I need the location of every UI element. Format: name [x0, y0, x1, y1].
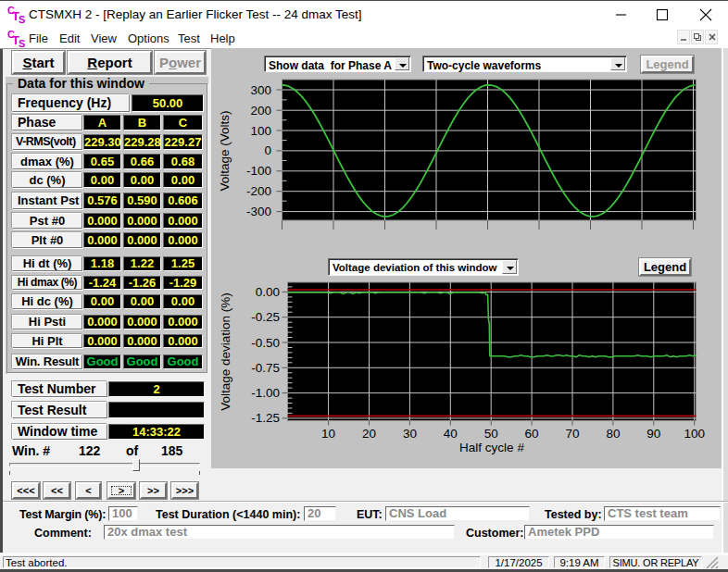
svg-text:60: 60 [525, 427, 539, 441]
svg-text:Half cycle #: Half cycle # [459, 441, 524, 454]
svg-text:-300: -300 [246, 205, 271, 218]
svg-text:0: 0 [264, 143, 271, 157]
svg-text:-0.25: -0.25 [251, 310, 280, 324]
svg-text:50: 50 [484, 427, 498, 441]
svg-text:-1.25: -1.25 [251, 411, 280, 425]
svg-text:0.00: 0.00 [256, 285, 280, 299]
svg-text:100: 100 [250, 124, 271, 138]
svg-text:-0.50: -0.50 [251, 336, 280, 350]
svg-text:90: 90 [646, 427, 660, 441]
svg-text:80: 80 [606, 427, 620, 441]
svg-text:Voltage deviation (%): Voltage deviation (%) [219, 292, 232, 411]
svg-text:30: 30 [403, 427, 417, 441]
svg-text:-200: -200 [246, 184, 271, 198]
svg-text:-1.00: -1.00 [251, 386, 280, 400]
svg-text:-0.75: -0.75 [251, 361, 280, 375]
svg-text:10: 10 [321, 427, 335, 441]
svg-text:70: 70 [565, 427, 579, 441]
svg-text:-100: -100 [246, 164, 271, 178]
svg-text:100: 100 [684, 427, 705, 441]
svg-text:Voltage (Volts): Voltage (Volts) [218, 110, 232, 191]
svg-text:40: 40 [444, 427, 458, 441]
svg-text:300: 300 [250, 83, 271, 97]
svg-text:200: 200 [250, 104, 271, 118]
svg-text:20: 20 [362, 427, 376, 441]
